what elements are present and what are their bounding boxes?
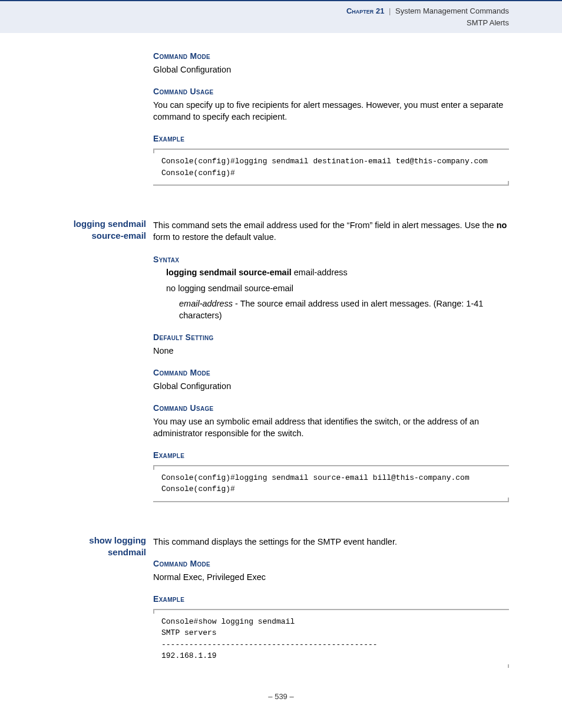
text-command-mode-3: Normal Exec, Privileged Exec (153, 571, 509, 583)
text-intro-show-logging: This command displays the settings for t… (153, 536, 509, 548)
command-name-source-email: logging sendmail source-email (53, 218, 146, 242)
code-example-3: Console#show logging sendmail SMTP serve… (153, 609, 509, 668)
text-default: None (153, 345, 509, 357)
text-command-mode: Global Configuration (153, 64, 509, 75)
chapter-subsection: SMTP Alerts (0, 18, 509, 28)
heading-command-mode-3: Command Mode (153, 558, 509, 570)
heading-command-usage-2: Command Usage (153, 403, 509, 414)
heading-example-3: Example (153, 594, 509, 605)
text-intro-source-email: This command sets the email address used… (153, 219, 509, 243)
syntax-line: logging sendmail source-email email-addr… (166, 266, 509, 278)
heading-example: Example (153, 133, 509, 145)
heading-command-mode-2: Command Mode (153, 367, 509, 379)
chapter-title: System Management Commands (395, 6, 509, 15)
page-header: Chapter 21 | System Management Commands … (0, 0, 562, 33)
syntax-no-line: no logging sendmail source-email (166, 282, 509, 294)
code-example-2: Console(config)#logging sendmail source-… (153, 465, 509, 502)
heading-default: Default Setting (153, 332, 509, 344)
code-example-1: Console(config)#logging sendmail destina… (153, 149, 509, 186)
heading-example-2: Example (153, 450, 509, 462)
chapter-label: Chapter 21 (346, 6, 384, 15)
heading-command-usage: Command Usage (153, 86, 509, 98)
page-number: – 539 – (53, 691, 509, 702)
text-command-mode-2: Global Configuration (153, 380, 509, 392)
text-command-usage-2: You may use an symbolic email address th… (153, 416, 509, 440)
syntax-param: email-address - The source email address… (179, 298, 509, 322)
text-command-usage: You can specify up to five recipients fo… (153, 99, 509, 123)
heading-command-mode: Command Mode (153, 51, 509, 62)
command-name-show-logging: show logging sendmail (53, 535, 146, 559)
heading-syntax: Syntax (153, 254, 509, 266)
pipe: | (389, 6, 391, 15)
